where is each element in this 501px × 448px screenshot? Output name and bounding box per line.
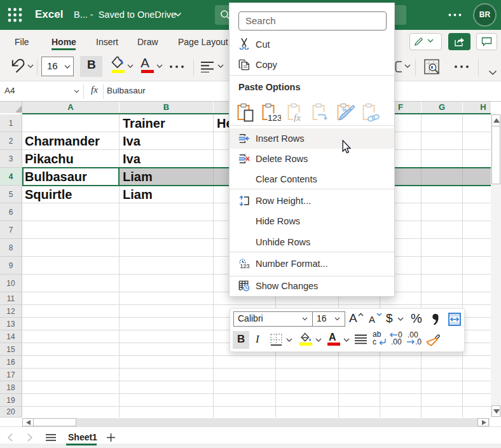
- svg-text:fx: fx: [294, 112, 301, 123]
- svg-text:123: 123: [268, 113, 281, 122]
- svg-text:%: %: [342, 107, 347, 113]
- svg-text:123: 123: [240, 263, 250, 269]
